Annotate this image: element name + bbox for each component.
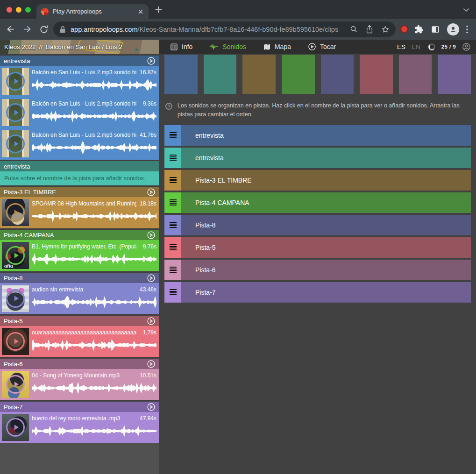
extensions-puzzle-icon[interactable] (414, 25, 424, 34)
track-row[interactable]: Pista-5 (164, 237, 471, 258)
back-icon[interactable] (6, 24, 15, 34)
audio-clip[interactable]: SPOAMR 08 High Mountains and Running ...… (0, 197, 159, 228)
track-header[interactable]: Pista-8 (0, 273, 159, 283)
close-window-icon[interactable] (7, 7, 12, 13)
thumbnail-caption: aña (4, 263, 13, 269)
track-row-label: Pista-7 (195, 289, 216, 296)
track-play-icon[interactable] (147, 317, 155, 325)
track-row[interactable]: entrevista (164, 125, 471, 146)
track-row[interactable]: entrevista (164, 148, 471, 168)
macos-traffic-lights (7, 7, 31, 13)
track-row[interactable]: Pista-3 EL TIMBRE (164, 170, 471, 191)
nav-item-sonidos[interactable]: Sonidos (209, 43, 246, 50)
side-panel-icon[interactable] (431, 25, 440, 34)
lang-en-button[interactable]: EN (412, 43, 420, 50)
audio-clip[interactable]: huerto del rey moro entrevista .mp3 47.9… (0, 412, 159, 443)
sidebar-track-section: Pista-4 CAMPANA aña B1. Hymns for purify… (0, 230, 159, 271)
maximize-window-icon[interactable] (25, 7, 31, 13)
track-name: Pista-7 (4, 403, 147, 410)
profile-avatar[interactable] (447, 23, 459, 35)
audio-clip[interactable]: 04 - Song of Yimeng Mountain.mp3 10.51s (0, 369, 159, 400)
clip-play-icon[interactable] (6, 375, 25, 394)
track-play-icon[interactable] (147, 231, 155, 239)
audio-clip[interactable]: Balcón en San Luis - Luis 2.mp3 sonido h… (0, 66, 159, 97)
minimize-window-icon[interactable] (16, 7, 21, 13)
track-row[interactable]: Pista-4 CAMPANA (164, 192, 471, 213)
clip-duration: 47.94s (140, 415, 156, 422)
track-row[interactable]: Pista-8 (164, 215, 471, 235)
track-play-icon[interactable] (147, 274, 155, 282)
audio-clip[interactable]: Balcón en San Luis - Luis 2.mp3 sonido h… (0, 97, 159, 128)
drag-handle-icon (170, 289, 177, 295)
nav-item-tocar[interactable]: Tocar (308, 42, 336, 51)
lang-es-button[interactable]: ES (397, 43, 405, 50)
reload-icon[interactable] (39, 25, 49, 34)
clip-duration: 9.76s (143, 243, 156, 250)
track-row-label: Pista-3 EL TIMBRE (195, 177, 252, 184)
track-color-swatch (164, 55, 198, 94)
nav-item-mapa[interactable]: Mapa (263, 43, 291, 51)
tab-close-icon[interactable] (137, 8, 144, 15)
clip-play-icon[interactable] (6, 418, 25, 437)
drag-handle[interactable] (164, 148, 181, 168)
audio-clip[interactable]: audion sin entrevista 43.46s (0, 283, 159, 314)
track-play-icon[interactable] (147, 360, 155, 368)
track-header[interactable]: Pista-5 (0, 316, 159, 326)
audio-clip[interactable]: Balcón en San Luis - Luis 2.mp3 sonido h… (0, 128, 159, 160)
zoom-icon[interactable] (350, 25, 358, 33)
track-header[interactable]: entrevista (0, 161, 159, 171)
map-thumbnail[interactable]: Kleos 2022 // Balcón en San Luis / Luis … (0, 40, 159, 54)
drag-handle[interactable] (164, 192, 181, 213)
url-bar[interactable]: app.antropoloops.com/Kleos-Santa-Marina/… (53, 21, 396, 37)
clip-play-icon[interactable] (6, 203, 25, 222)
clip-title: Balcón en San Luis - Luis 2.mp3 sonido h… (32, 132, 136, 138)
audio-clip[interactable]: aña B1. Hymns for purifying water, Etc. … (0, 240, 159, 271)
clip-play-icon[interactable] (6, 246, 25, 265)
drag-handle[interactable] (164, 260, 181, 280)
nav-item-info[interactable]: Info (170, 43, 192, 51)
clip-play-icon[interactable] (6, 289, 25, 308)
track-row[interactable]: Pista-7 (164, 282, 471, 303)
track-header[interactable]: Pista-3 EL TIMBRE (0, 187, 159, 197)
drag-handle[interactable] (164, 170, 181, 191)
track-play-icon[interactable] (147, 403, 155, 411)
drag-handle[interactable] (164, 125, 181, 146)
browser-tab[interactable]: Play Antropoloops (36, 4, 149, 19)
drag-handle-icon (170, 177, 177, 183)
forward-icon[interactable] (22, 24, 32, 34)
track-header[interactable]: Pista-6 (0, 359, 159, 369)
browser-menu-kebab-icon[interactable] (466, 25, 468, 34)
track-play-icon[interactable] (147, 57, 155, 65)
account-icon[interactable] (462, 42, 471, 51)
clip-play-icon[interactable] (6, 134, 25, 153)
url-domain: app.antropoloops.com (71, 26, 138, 33)
track-header[interactable]: entrevista (0, 56, 159, 66)
drag-handle-icon (170, 244, 177, 250)
clip-duration: 43.46s (140, 286, 156, 293)
track-header[interactable]: Pista-4 CAMPANA (0, 230, 159, 240)
clip-play-icon[interactable] (6, 332, 25, 351)
drag-handle[interactable] (164, 215, 181, 235)
sidebar-track-section: Pista-5 ouaraaaaaaaaaaaaaaaaaaaaaaaaaaaa… (0, 316, 159, 357)
track-name: Pista-6 (4, 361, 147, 368)
track-hint: Pulsa sobre el nombre de la pista para a… (0, 171, 159, 185)
clip-play-icon[interactable] (6, 103, 25, 122)
bookmark-star-icon[interactable] (381, 25, 390, 34)
track-header[interactable]: Pista-7 (0, 402, 159, 412)
clip-counter: 25 / 9 (441, 44, 456, 50)
share-icon[interactable] (366, 25, 373, 34)
drag-handle[interactable] (164, 282, 181, 303)
track-color-swatch (321, 55, 354, 94)
new-tab-button[interactable] (155, 6, 162, 13)
clip-play-icon[interactable] (6, 72, 25, 91)
track-color-swatch (242, 55, 276, 94)
track-play-icon[interactable] (147, 188, 155, 196)
lock-icon[interactable] (59, 26, 66, 33)
record-extension-icon[interactable] (401, 26, 407, 32)
clip-duration: 10.51s (140, 372, 156, 379)
tab-overflow-chevron-icon[interactable] (463, 8, 469, 12)
audio-clip[interactable]: ouaraaaaaaaaaaaaaaaaaaaaaaaaaaaaaaaaaaaa… (0, 326, 159, 357)
drag-handle[interactable] (164, 237, 181, 258)
info-list-icon (170, 43, 178, 51)
track-row[interactable]: Pista-6 (164, 260, 471, 280)
